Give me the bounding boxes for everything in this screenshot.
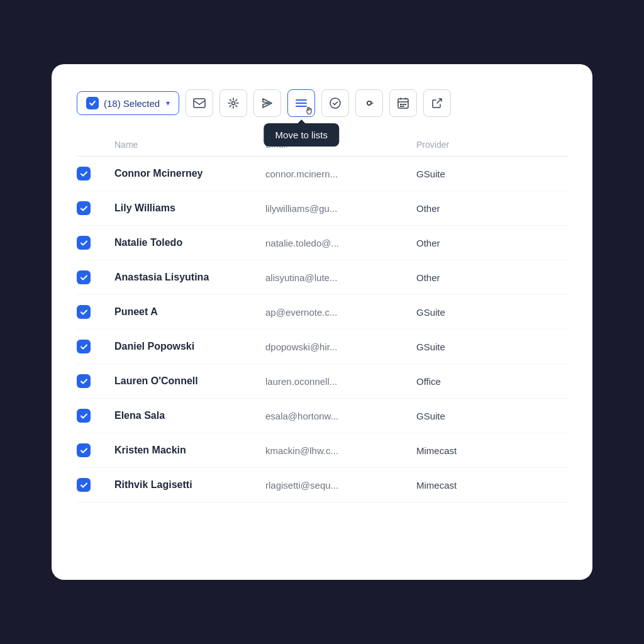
- move-to-lists-button[interactable]: [287, 89, 315, 117]
- contact-email: lilywilliams@gu...: [265, 203, 416, 214]
- table-row: Lily Williams lilywilliams@gu... Other: [77, 191, 567, 226]
- header-name-col: Name: [114, 140, 265, 150]
- contact-email: connor.mcinern...: [265, 169, 416, 179]
- contact-name: Connor Mcinerney: [114, 168, 265, 179]
- contact-email: natalie.toledo@...: [265, 238, 416, 248]
- main-card: (18) Selected ▾: [52, 64, 592, 580]
- contact-provider: Mimecast: [416, 480, 567, 491]
- header-provider-col: Provider: [416, 140, 567, 150]
- contact-provider: Other: [416, 272, 567, 283]
- contact-name: Elena Sala: [114, 410, 265, 421]
- contact-email: rlagisetti@sequ...: [265, 480, 416, 491]
- row-checkbox-9[interactable]: [77, 478, 91, 492]
- contact-email: lauren.oconnell...: [265, 376, 416, 387]
- svg-rect-0: [194, 99, 205, 108]
- contact-email: kmackin@lhw.c...: [265, 445, 416, 456]
- contact-email: ap@evernote.c...: [265, 307, 416, 318]
- svg-rect-9: [402, 106, 404, 107]
- contact-provider: GSuite: [416, 341, 567, 352]
- check-icon: [80, 377, 88, 386]
- check-icon: [80, 204, 88, 213]
- table-row: Daniel Popowski dpopowski@hir... GSuite: [77, 330, 567, 364]
- check-icon: [80, 308, 88, 316]
- contact-provider: Other: [416, 203, 567, 214]
- contact-provider: Office: [416, 376, 567, 387]
- svg-point-1: [232, 102, 235, 105]
- row-checkbox-8[interactable]: [77, 443, 91, 457]
- contact-provider: GSuite: [416, 307, 567, 318]
- row-checkbox-4[interactable]: [77, 305, 91, 319]
- contact-name: Lauren O'Connell: [114, 375, 265, 387]
- contact-provider: GSuite: [416, 411, 567, 421]
- select-all-checkbox: [86, 97, 99, 109]
- check-icon: [80, 412, 88, 420]
- email-button[interactable]: [186, 89, 213, 117]
- cursor-hand-icon: [304, 106, 313, 115]
- header-checkbox-col: [77, 140, 114, 150]
- check-icon: [80, 481, 88, 489]
- verify-button[interactable]: [321, 89, 349, 117]
- row-checkbox-0[interactable]: [77, 167, 91, 180]
- chevron-down-icon: ▾: [166, 99, 170, 108]
- contact-name: Lily Williams: [114, 203, 265, 214]
- contact-name: Puneet A: [114, 306, 265, 318]
- export-button[interactable]: [423, 89, 451, 117]
- contact-table: Connor Mcinerney connor.mcinern... GSuit…: [77, 157, 567, 502]
- export-icon: [431, 97, 443, 109]
- calendar-icon: [397, 97, 409, 109]
- table-row: Lauren O'Connell lauren.oconnell... Offi…: [77, 364, 567, 399]
- contact-provider: Other: [416, 238, 567, 248]
- contact-name: Rithvik Lagisetti: [114, 479, 265, 491]
- row-checkbox-3[interactable]: [77, 270, 91, 284]
- svg-point-2: [330, 98, 340, 108]
- selected-count-label: (18) Selected: [104, 98, 160, 109]
- table-row: Anastasia Lisyutina alisyutina@lute... O…: [77, 260, 567, 295]
- toolbar: (18) Selected ▾: [77, 89, 567, 117]
- check-icon: [80, 447, 88, 455]
- table-row: Connor Mcinerney connor.mcinern... GSuit…: [77, 157, 567, 191]
- contact-name: Anastasia Lisyutina: [114, 272, 265, 283]
- contact-provider: Mimecast: [416, 445, 567, 456]
- schedule-button[interactable]: [389, 89, 417, 117]
- check-icon: [80, 274, 88, 282]
- check-icon: [80, 343, 88, 351]
- contact-provider: GSuite: [416, 169, 567, 179]
- email-icon: [193, 98, 206, 108]
- select-all-button[interactable]: (18) Selected ▾: [77, 91, 179, 115]
- row-checkbox-2[interactable]: [77, 236, 91, 250]
- check-circle-icon: [329, 97, 341, 109]
- re-verify-button[interactable]: [355, 89, 383, 117]
- move-to-lists-tooltip: Move to lists: [264, 123, 339, 147]
- row-checkbox-6[interactable]: [77, 374, 91, 388]
- enhance-button[interactable]: [219, 89, 247, 117]
- row-checkbox-1[interactable]: [77, 201, 91, 215]
- send-icon: [261, 97, 274, 109]
- move-to-lists-wrapper: Move to lists: [287, 89, 315, 117]
- contact-name: Natalie Toledo: [114, 237, 265, 248]
- send-button[interactable]: [253, 89, 281, 117]
- contact-name: Daniel Popowski: [114, 341, 265, 352]
- at-icon: [363, 97, 375, 109]
- contact-email: dpopowski@hir...: [265, 341, 416, 352]
- svg-rect-8: [400, 106, 402, 107]
- sparkle-icon: [227, 97, 240, 109]
- contact-email: alisyutina@lute...: [265, 272, 416, 283]
- contact-email: esala@hortonw...: [265, 411, 416, 421]
- check-icon: [80, 239, 88, 247]
- svg-rect-6: [402, 104, 404, 105]
- table-row: Puneet A ap@evernote.c... GSuite: [77, 295, 567, 330]
- check-icon: [80, 170, 88, 178]
- table-row: Kristen Mackin kmackin@lhw.c... Mimecast: [77, 433, 567, 468]
- row-checkbox-7[interactable]: [77, 409, 91, 423]
- svg-rect-7: [404, 104, 406, 105]
- table-row: Elena Sala esala@hortonw... GSuite: [77, 399, 567, 433]
- contact-name: Kristen Mackin: [114, 445, 265, 456]
- row-checkbox-5[interactable]: [77, 340, 91, 353]
- svg-rect-5: [400, 104, 402, 105]
- table-row: Rithvik Lagisetti rlagisetti@sequ... Mim…: [77, 468, 567, 502]
- table-row: Natalie Toledo natalie.toledo@... Other: [77, 226, 567, 260]
